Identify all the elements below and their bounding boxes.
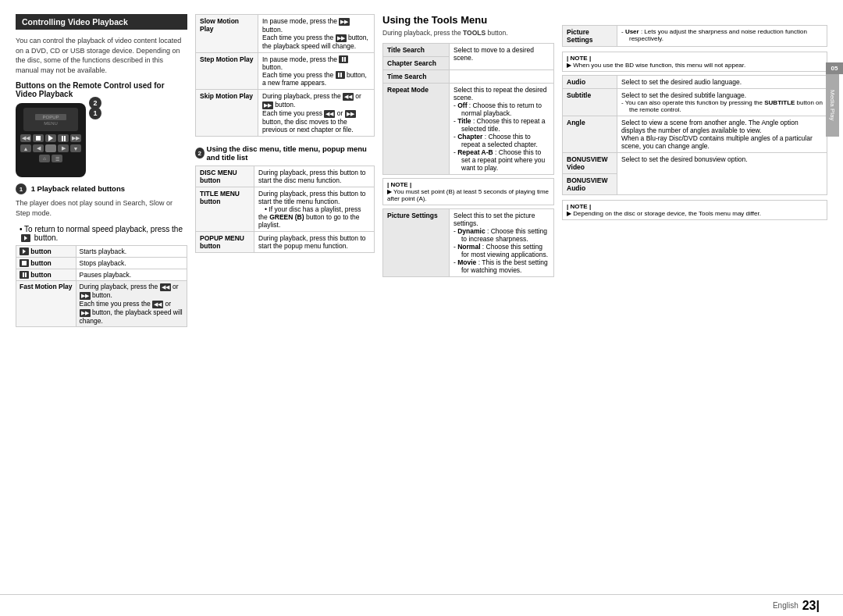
- table-row: Angle Select to view a scene from anothe…: [563, 116, 827, 153]
- section-num-tab: 05: [826, 62, 843, 74]
- content-area: Controlling Video Playback You can contr…: [0, 14, 843, 594]
- tools-column: Using the Tools Menu During playback, pr…: [382, 14, 554, 594]
- popup-menu-desc: During playback, press this button to st…: [254, 232, 375, 253]
- table-row: POPUP MENU button During playback, press…: [196, 232, 375, 253]
- remote-nav-row: ▲ ◀ ▶ ▼: [20, 144, 81, 152]
- return-note-item: To return to normal speed playback, pres…: [20, 225, 187, 242]
- remote-screen: POPUP MENU: [23, 108, 78, 131]
- stop-btn-desc: Stops playback.: [76, 257, 187, 269]
- subtitle-desc: Select to set the desired subtitle langu…: [617, 89, 827, 116]
- audio-label: Audio: [563, 76, 617, 89]
- title-menu-label: TITLE MENU button: [196, 187, 254, 232]
- bottom-note: | NOTE | ▶ Depending on the disc or stor…: [562, 200, 827, 220]
- bonusview-audio-label: BONUSVIEW Audio: [563, 174, 617, 195]
- circle-1: 1: [16, 183, 27, 194]
- table-row: Fast Motion Play During playback, press …: [16, 280, 187, 326]
- list-item: Title : Choose this to repeat a selected…: [454, 117, 550, 133]
- menu-btn: ☰: [52, 155, 62, 162]
- picture-settings-desc: Select this to set the picture settings.…: [450, 209, 554, 277]
- table-row: button Pauses playback.: [16, 269, 187, 280]
- tools-note: | NOTE | ▶ You must set point (B) at lea…: [382, 178, 554, 205]
- play-btn-label: button: [16, 245, 76, 257]
- note-title: | NOTE |: [387, 181, 550, 188]
- right-table-2: Audio Select to set the desired audio la…: [562, 75, 827, 195]
- disc-menu-table: DISC MENU button During playback, press …: [195, 166, 375, 253]
- ff-icon2: ▶▶: [80, 309, 91, 317]
- bonusview-video-label: BONUSVIEW Video: [563, 153, 617, 174]
- annotation-circle-2: 2: [195, 148, 205, 158]
- table-row: Time Search: [383, 70, 554, 84]
- center-btn: [45, 144, 56, 152]
- annotation-2: 2: [89, 97, 101, 109]
- table-row: Skip Motion Play During playback, press …: [196, 90, 375, 137]
- ff-icon: ▶▶: [80, 292, 91, 300]
- repeat-mode-label: Repeat Mode: [383, 84, 450, 175]
- popup-menu-label: POPUP MENU button: [196, 232, 254, 253]
- pause-step-icon: [339, 55, 348, 63]
- next-btn: ▶▶: [70, 134, 81, 142]
- skip-motion-label: Skip Motion Play: [196, 90, 258, 137]
- remote-image: POPUP MENU ◀◀: [16, 103, 86, 177]
- playback-note: The player does not play sound in Search…: [16, 198, 187, 218]
- motion-table: Slow Motion Play In pause mode, press th…: [195, 14, 375, 137]
- play-btn-desc: Starts playback.: [76, 245, 187, 257]
- ff-slow-icon: ▶▶: [339, 18, 350, 26]
- home-btn: ⌂: [39, 155, 50, 162]
- table-row: TITLE MENU button During playback, press…: [196, 187, 375, 232]
- table-row: Repeat Mode Select this to repeat the de…: [383, 84, 554, 175]
- up-btn: ▲: [20, 144, 31, 152]
- section-label-tab: Media Play: [826, 74, 839, 137]
- play-icon: [20, 247, 29, 255]
- middle-column: Slow Motion Play In pause mode, press th…: [195, 14, 375, 594]
- remote-bottom-row: ⌂ ☰: [39, 155, 62, 162]
- picture-settings-right-desc: User : Lets you adjust the sharpness and…: [617, 26, 827, 47]
- right-column: Picture Settings User : Lets you adjust …: [562, 14, 827, 594]
- skip-motion-desc: During playback, press the ◀◀ or ▶▶ butt…: [258, 90, 375, 137]
- slow-motion-desc: In pause mode, press the ▶▶ button. Each…: [258, 15, 375, 53]
- right-table: Picture Settings User : Lets you adjust …: [562, 25, 827, 47]
- page: Controlling Video Playback You can contr…: [0, 0, 843, 616]
- fast-motion-desc: During playback, press the ◀◀ or ▶▶ butt…: [76, 280, 187, 326]
- pause-btn: [58, 134, 69, 142]
- disc-menu-label: DISC MENU button: [196, 166, 254, 187]
- prev-btn: ◀◀: [20, 134, 31, 142]
- top-bar: [0, 0, 843, 14]
- right-note-bd: | NOTE | ▶ When you use the BD wise func…: [562, 52, 827, 72]
- slow-motion-label: Slow Motion Play: [196, 15, 258, 53]
- pause-step-icon2: [336, 71, 345, 79]
- play-btn: [45, 134, 56, 142]
- note-item-bd: ▶ When you use the BD wise function, thi…: [567, 62, 823, 69]
- down-btn: ▼: [70, 144, 81, 152]
- table-row: Picture Settings Select this to set the …: [383, 209, 554, 277]
- page-pipe: |: [816, 599, 820, 613]
- table-row: button Starts playback.: [16, 245, 187, 257]
- section-header: Controlling Video Playback: [16, 14, 187, 30]
- list-item: Repeat A-B : Choose this to set a repeat…: [454, 148, 550, 172]
- bonusview-desc: Select to set the desired bonusview opti…: [617, 153, 827, 195]
- angle-desc: Select to view a scene from another angl…: [617, 116, 827, 153]
- intro-text: You can control the playback of video co…: [16, 36, 187, 75]
- tools-subtitle: During playback, press the TOOLS button.: [382, 29, 554, 37]
- bottom-note-title: | NOTE |: [567, 203, 823, 210]
- list-item: Chapter : Choose this to repeat a select…: [454, 133, 550, 148]
- stop-icon: [20, 259, 29, 267]
- play-icon-small: [21, 234, 30, 242]
- pause-btn-label: button: [16, 269, 76, 280]
- step-motion-desc: In pause mode, press the button. Each ti…: [258, 53, 375, 90]
- chapter-search-label: Chapter Search: [383, 57, 450, 70]
- picture-settings-label: Picture Settings: [383, 209, 450, 277]
- fast-motion-label: Fast Motion Play: [16, 280, 76, 326]
- remote-transport-row: ◀◀ ▶▶: [20, 134, 81, 142]
- table-row: Subtitle Select to set the desired subti…: [563, 89, 827, 116]
- page-lang: English: [773, 601, 799, 610]
- list-item: User : Lets you adjust the sharpness and…: [621, 28, 823, 42]
- table-row: BONUSVIEW Video Select to set the desire…: [563, 153, 827, 174]
- search-desc: Select to move to a desired scene.: [450, 44, 554, 70]
- list-item: You can also operate this function by pr…: [621, 99, 823, 113]
- return-note: To return to normal speed playback, pres…: [16, 225, 187, 242]
- side-tab-container: 05 Media Play: [826, 62, 843, 137]
- note-title-bd: | NOTE |: [567, 55, 823, 62]
- left-btn: ◀: [33, 144, 44, 152]
- pause-icon: [20, 271, 29, 279]
- playback-table: button Starts playback. button Stops pla…: [16, 245, 187, 327]
